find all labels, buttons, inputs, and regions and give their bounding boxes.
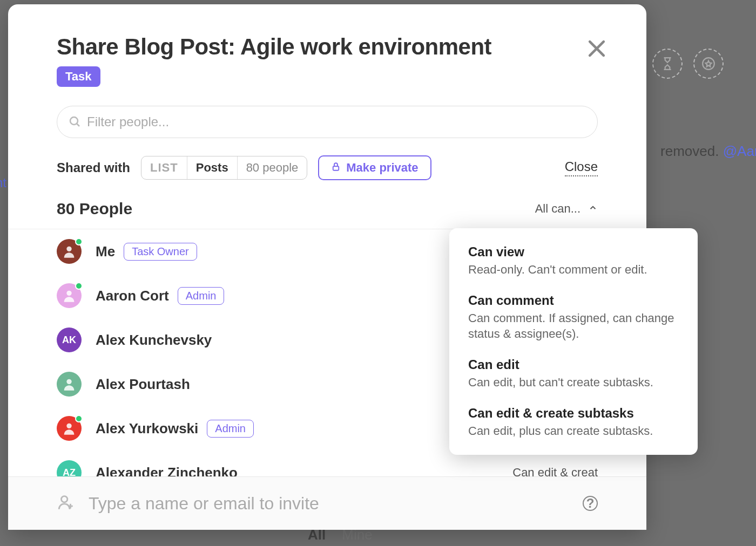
hourglass-icon <box>652 49 683 79</box>
permission-option-desc: Can edit, but can't create subtasks. <box>468 374 679 391</box>
presence-indicator <box>75 415 83 422</box>
avatar <box>57 416 82 441</box>
permission-option[interactable]: Can viewRead-only. Can't comment or edit… <box>468 244 679 278</box>
lock-icon <box>331 161 341 175</box>
modal-title: Share Blog Post: Agile work environment <box>57 34 598 60</box>
permission-option-title: Can comment <box>468 293 679 308</box>
permission-label[interactable]: Can edit & creat <box>512 466 598 476</box>
help-icon[interactable]: ? <box>583 496 598 511</box>
role-badge: Admin <box>207 420 254 438</box>
background-text: nt <box>0 175 6 190</box>
presence-indicator <box>75 238 83 245</box>
svg-point-9 <box>66 379 71 384</box>
all-can-dropdown-trigger[interactable]: All can... <box>535 202 598 216</box>
permission-option-desc: Can edit, plus can create subtasks. <box>468 423 679 439</box>
role-badge: Task Owner <box>124 243 197 261</box>
svg-point-4 <box>70 117 78 125</box>
search-icon <box>69 115 82 131</box>
segment-list[interactable]: LIST <box>141 156 187 179</box>
person-name: Alex Pourtash <box>96 376 190 393</box>
close-icon[interactable] <box>585 37 609 60</box>
permission-option-desc: Can comment. If assigned, can change sta… <box>468 310 679 342</box>
avatar <box>57 239 82 264</box>
invite-input[interactable] <box>89 494 569 514</box>
background-text: removed. @Aaro <box>660 143 756 160</box>
task-badge: Task <box>57 66 100 87</box>
permission-option[interactable]: Can editCan edit, but can't create subta… <box>468 357 679 391</box>
add-person-icon <box>57 493 75 514</box>
avatar <box>57 372 82 397</box>
person-name: Alex Yurkowski <box>96 420 198 437</box>
permission-option-title: Can edit <box>468 357 679 372</box>
svg-point-7 <box>66 247 71 251</box>
person-name: Alexander Zinchenko <box>96 465 238 477</box>
svg-rect-6 <box>333 166 339 170</box>
presence-indicator <box>75 282 83 290</box>
svg-point-11 <box>62 496 68 502</box>
svg-point-8 <box>66 291 71 296</box>
svg-line-5 <box>77 124 79 126</box>
shared-with-segment[interactable]: LIST Posts 80 people <box>141 156 307 180</box>
close-link[interactable]: Close <box>565 159 598 176</box>
permission-option[interactable]: Can commentCan comment. If assigned, can… <box>468 293 679 342</box>
permission-dropdown: Can viewRead-only. Can't comment or edit… <box>449 228 698 455</box>
person-name: Me <box>96 243 115 260</box>
person-name: Aaron Cort <box>96 288 169 304</box>
star-icon <box>693 49 724 79</box>
segment-count: 80 people <box>238 156 307 179</box>
segment-posts[interactable]: Posts <box>187 156 238 179</box>
permission-option-title: Can edit & create subtasks <box>468 406 679 421</box>
avatar: AZ <box>57 460 82 476</box>
permission-option[interactable]: Can edit & create subtasksCan edit, plus… <box>468 406 679 439</box>
permission-option-desc: Read-only. Can't comment or edit. <box>468 262 679 278</box>
make-private-button[interactable]: Make private <box>318 155 431 180</box>
chevron-up-icon <box>588 202 598 216</box>
avatar: AK <box>57 327 82 352</box>
people-count-header: 80 People <box>57 200 132 218</box>
share-modal: Share Blog Post: Agile work environment … <box>8 4 646 530</box>
svg-marker-1 <box>706 61 712 67</box>
shared-with-label: Shared with <box>57 160 130 175</box>
svg-point-10 <box>66 424 71 428</box>
role-badge: Admin <box>178 287 225 305</box>
avatar <box>57 283 82 308</box>
filter-people-input[interactable] <box>57 106 598 138</box>
person-name: Alex Kunchevsky <box>96 332 212 349</box>
permission-option-title: Can view <box>468 244 679 260</box>
